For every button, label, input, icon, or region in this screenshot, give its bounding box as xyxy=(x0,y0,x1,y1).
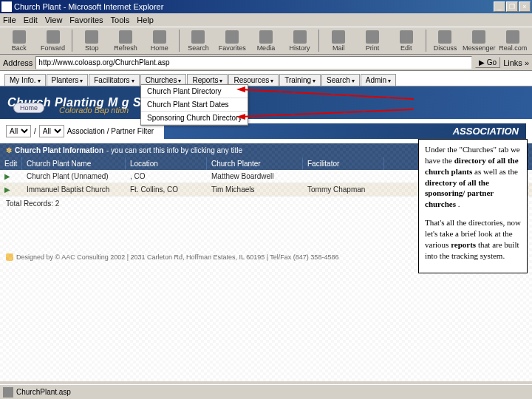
banner-subtitle: Colorado Bap ntion xyxy=(59,106,129,115)
home-label: Home xyxy=(151,44,168,52)
stop-icon xyxy=(85,30,98,44)
churches-dropdown: Church Plant Directory Church Plant Star… xyxy=(140,84,248,126)
filter-label: Association / Partner Filter xyxy=(67,127,154,135)
stop-label: Stop xyxy=(85,44,99,52)
media-icon xyxy=(259,30,273,44)
menu-help[interactable]: Help xyxy=(137,16,154,24)
menu-view[interactable]: View xyxy=(45,16,63,24)
app-banner: Home Church Planting M g System Colorado… xyxy=(0,86,532,119)
history-button[interactable]: History xyxy=(284,28,316,53)
refresh-label: Refresh xyxy=(114,44,137,52)
status-icon xyxy=(3,387,13,398)
statusbar: ChurchPlant.asp xyxy=(0,384,532,399)
tab-search[interactable]: Search xyxy=(321,74,360,86)
tab-admin[interactable]: Admin xyxy=(361,74,396,86)
ie-icon xyxy=(1,1,12,12)
media-button[interactable]: Media xyxy=(250,28,282,53)
annot-bold: reports xyxy=(451,240,476,249)
association-header: ASSOCIATION xyxy=(164,123,526,139)
filter-assoc-select[interactable]: All xyxy=(6,125,31,137)
search-icon xyxy=(191,30,205,44)
favorites-label: Favorites xyxy=(219,44,246,52)
home-icon xyxy=(153,30,166,44)
history-label: History xyxy=(290,44,310,52)
print-label: Print xyxy=(366,44,380,52)
mail-icon xyxy=(332,30,345,44)
close-button[interactable]: × xyxy=(519,1,531,12)
realcom-button[interactable]: Real.com xyxy=(497,28,529,53)
minimize-button[interactable]: _ xyxy=(494,1,505,12)
favorites-icon xyxy=(225,30,239,44)
stop-button[interactable]: Stop xyxy=(75,28,108,53)
tab-training[interactable]: Training xyxy=(279,74,321,86)
mail-button[interactable]: Mail xyxy=(322,28,355,53)
history-icon xyxy=(293,30,307,44)
dropdown-sponsoring-church-directory[interactable]: Sponsoring Church Directory xyxy=(141,112,248,125)
mail-label: Mail xyxy=(332,44,345,52)
menubar: File Edit View Favorites Tools Help xyxy=(0,13,532,27)
forward-label: Forward xyxy=(41,44,65,52)
forward-button[interactable]: Forward xyxy=(37,28,69,53)
toolbar: Back Forward Stop Refresh Home Search Fa… xyxy=(0,27,532,55)
back-button[interactable]: Back xyxy=(3,28,35,53)
print-button[interactable]: Print xyxy=(356,28,389,53)
address-input[interactable] xyxy=(35,56,472,69)
search-label: Search xyxy=(188,44,209,52)
menu-edit[interactable]: Edit xyxy=(24,16,38,24)
edit-button[interactable]: Edit xyxy=(390,28,423,53)
discuss-label: Discuss xyxy=(434,44,457,52)
menu-file[interactable]: File xyxy=(3,16,16,24)
tab-facilitators[interactable]: Facilitators xyxy=(89,74,139,86)
dropdown-church-plant-directory[interactable]: Church Plant Directory xyxy=(141,85,248,98)
media-label: Media xyxy=(257,44,276,52)
menu-favorites[interactable]: Favorites xyxy=(69,16,103,24)
favorites-button[interactable]: Favorites xyxy=(216,28,248,53)
annot-text: . xyxy=(458,200,460,208)
messenger-icon xyxy=(472,30,485,44)
back-icon xyxy=(13,30,26,44)
app-tabs: My Info. Planters Facilitators Churches … xyxy=(0,71,532,86)
tab-myinfo[interactable]: My Info. xyxy=(4,74,46,86)
go-button[interactable]: ▶ Go xyxy=(475,57,500,68)
filter-partner-select[interactable]: All xyxy=(39,125,64,137)
refresh-icon xyxy=(119,30,132,44)
messenger-label: Messenger xyxy=(463,44,496,52)
forward-icon xyxy=(47,30,60,44)
dropdown-church-plant-start-dates[interactable]: Church Plant Start Dates xyxy=(141,98,248,112)
print-icon xyxy=(366,30,379,44)
refresh-button[interactable]: Refresh xyxy=(109,28,142,53)
status-text: ChurchPlant.asp xyxy=(16,388,71,396)
realcom-icon xyxy=(506,30,519,44)
menu-tools[interactable]: Tools xyxy=(111,16,130,24)
go-label: Go xyxy=(487,58,497,66)
home-button[interactable]: Home xyxy=(143,28,176,53)
window-title: Church Plant - Microsoft Internet Explor… xyxy=(14,2,494,11)
realcom-label: Real.com xyxy=(499,44,527,52)
filter-slash: / xyxy=(34,127,36,135)
back-label: Back xyxy=(12,44,27,52)
tab-planters[interactable]: Planters xyxy=(47,74,89,86)
address-label: Address xyxy=(3,58,33,67)
annot-text: as well as the xyxy=(474,167,518,176)
annotation-box: Under the "Churches" tab we have the dir… xyxy=(418,139,528,273)
restore-button[interactable]: ❐ xyxy=(506,1,518,12)
links-label[interactable]: Links » xyxy=(503,58,529,67)
search-button[interactable]: Search xyxy=(183,28,215,53)
banner-home-button[interactable]: Home xyxy=(13,103,44,113)
discuss-button[interactable]: Discuss xyxy=(429,28,462,53)
discuss-icon xyxy=(438,30,451,44)
messenger-button[interactable]: Messenger xyxy=(463,28,495,53)
edit-icon xyxy=(400,30,413,44)
edit-label: Edit xyxy=(400,44,412,52)
